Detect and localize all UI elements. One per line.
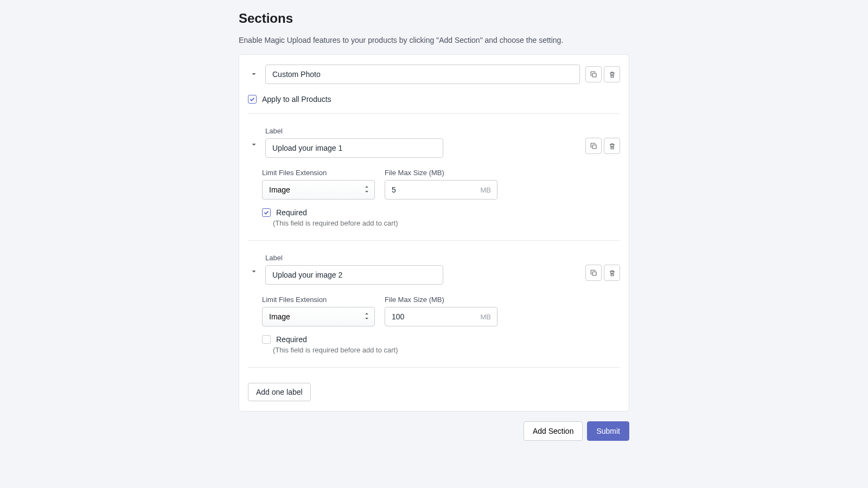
apply-all-label: Apply to all Products	[262, 95, 331, 104]
required-help-text: (This field is required before add to ca…	[273, 219, 620, 227]
required-label: Required	[276, 335, 307, 344]
divider	[248, 113, 620, 114]
delete-field-button[interactable]	[604, 265, 620, 281]
section-name-input[interactable]	[265, 65, 580, 84]
field-collapse-toggle[interactable]	[248, 139, 260, 151]
apply-all-checkbox[interactable]	[248, 95, 257, 104]
delete-section-button[interactable]	[604, 66, 620, 82]
max-size-label: File Max Size (MB)	[385, 169, 497, 177]
limit-ext-label: Limit Files Extension	[262, 296, 375, 304]
section-card: Apply to all Products Label	[239, 54, 629, 412]
max-size-label: File Max Size (MB)	[385, 296, 497, 304]
label-header: Label	[265, 127, 580, 135]
required-label: Required	[276, 208, 307, 217]
duplicate-icon	[590, 142, 598, 150]
divider	[248, 240, 620, 241]
field-collapse-toggle[interactable]	[248, 266, 260, 278]
max-size-input[interactable]	[385, 180, 497, 200]
chevron-down-icon	[250, 141, 258, 149]
page-title: Sections	[239, 11, 629, 26]
submit-button[interactable]: Submit	[587, 421, 629, 441]
field-label-input[interactable]	[265, 265, 443, 285]
chevron-down-icon	[250, 70, 258, 78]
duplicate-icon	[590, 70, 598, 79]
field-block: Label Limit Files Extension	[248, 127, 620, 227]
required-checkbox[interactable]	[262, 335, 271, 344]
limit-ext-select[interactable]: Image	[262, 307, 375, 326]
add-label-button[interactable]: Add one label	[248, 383, 311, 401]
trash-icon	[608, 269, 616, 277]
section-collapse-toggle[interactable]	[248, 68, 260, 80]
add-section-button[interactable]: Add Section	[524, 421, 583, 441]
required-checkbox[interactable]	[262, 208, 271, 217]
limit-ext-select[interactable]: Image	[262, 180, 375, 200]
duplicate-field-button[interactable]	[585, 265, 602, 281]
divider	[248, 367, 620, 368]
page-subtitle: Enable Magic Upload features to your pro…	[239, 36, 629, 44]
svg-rect-1	[592, 145, 596, 149]
svg-rect-0	[592, 73, 596, 77]
label-header: Label	[265, 254, 580, 262]
chevron-down-icon	[250, 268, 258, 275]
check-icon	[263, 209, 270, 216]
duplicate-field-button[interactable]	[585, 138, 602, 154]
required-help-text: (This field is required before add to ca…	[273, 346, 620, 354]
limit-ext-label: Limit Files Extension	[262, 169, 375, 177]
max-size-input[interactable]	[385, 307, 497, 326]
svg-rect-2	[592, 272, 596, 275]
duplicate-icon	[590, 269, 598, 277]
field-block: Label Limit Files Extension	[248, 254, 620, 354]
check-icon	[249, 96, 256, 102]
trash-icon	[608, 70, 616, 79]
trash-icon	[608, 142, 616, 150]
field-label-input[interactable]	[265, 138, 443, 158]
delete-field-button[interactable]	[604, 138, 620, 154]
duplicate-section-button[interactable]	[585, 66, 602, 82]
